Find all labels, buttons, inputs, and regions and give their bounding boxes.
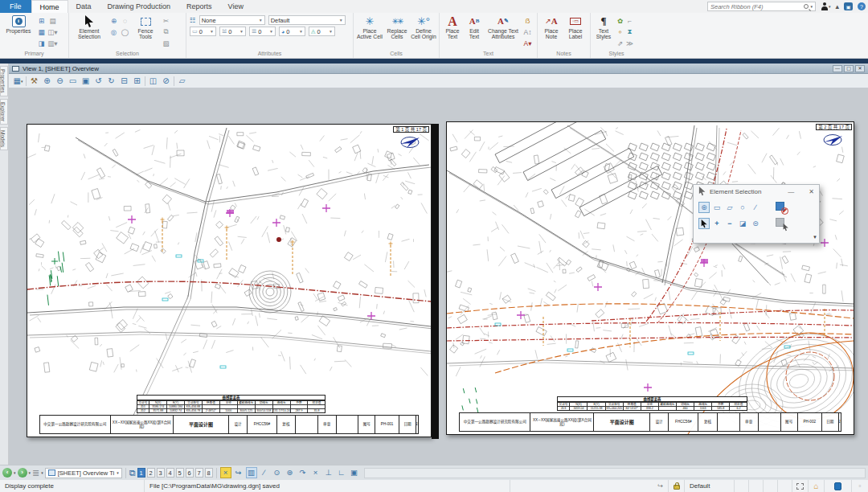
explorer-button[interactable]: ⊞ [36, 15, 47, 26]
more-text-icon[interactable]: A▾ [522, 38, 533, 48]
dialog-close-button[interactable]: ✕ [809, 188, 814, 195]
rotate-view-button[interactable]: ↺ [93, 76, 104, 87]
dialog-expand-arrow[interactable]: ▼ [813, 235, 817, 240]
disable-handles-button[interactable] [776, 202, 788, 214]
center-snap-button[interactable]: ⊙ [272, 467, 283, 478]
keypoint-snap-button[interactable]: ▥ [246, 467, 257, 478]
clip-volume-button[interactable]: ⊘ [161, 76, 171, 87]
snap-mode-indicator[interactable]: ↪ [653, 480, 669, 492]
view-history-dropdown[interactable]: ▾ [41, 470, 43, 475]
active-level-combo[interactable]: Default▼ [268, 15, 346, 25]
paste-element-icon[interactable]: ▧ [161, 38, 171, 48]
define-cell-origin-button[interactable]: ✳° Define Cell Origin [411, 14, 436, 49]
view-adjust-button[interactable]: ⚒ [29, 76, 39, 87]
view-windows-icon[interactable]: ⧉ [129, 468, 136, 478]
view-toggle-8[interactable]: 8 [205, 468, 213, 478]
view-toggle-2[interactable]: 2 [147, 468, 155, 478]
back-button[interactable]: ‹ [2, 468, 12, 478]
view-toggle-7[interactable]: 7 [195, 468, 203, 478]
view-previous-button[interactable]: ⊟ [119, 76, 129, 87]
place-active-cell-button[interactable]: ✳ Place Active Cell [356, 14, 383, 49]
midpoint-snap-button[interactable]: ∕ [259, 467, 270, 478]
tab-home[interactable]: Home [31, 0, 68, 13]
sheet-1[interactable]: 第 1 页 共 17 页 曲线要素表交点号N(X)E(Y)交点桩号转角值半径缓和… [27, 124, 432, 437]
models-button[interactable]: ◫▾ [47, 27, 58, 37]
element-selection-dialog-titlebar[interactable]: Element Selection — ✕ [694, 185, 819, 198]
help-button[interactable]: ? [855, 0, 868, 13]
active-line-weight-combo[interactable]: ☰0▼ [249, 27, 276, 36]
view-toggle-6[interactable]: 6 [186, 468, 194, 478]
level-display-button[interactable]: ◨ [36, 38, 47, 48]
method-line-button[interactable]: ∕ [750, 202, 761, 213]
copy-view-button[interactable]: ◫ [148, 76, 158, 87]
zoom-in-button[interactable]: ⊕ [42, 76, 52, 87]
styles-more-icon[interactable]: ⧗ [625, 27, 634, 37]
accusnap-toggle[interactable]: × [220, 467, 231, 478]
status-tray-button[interactable]: ▫ [852, 480, 868, 492]
drawing-canvas[interactable]: 第 1 页 共 17 页 曲线要素表交点号N(X)E(Y)交点桩号转角值半径缓和… [9, 88, 868, 465]
selection-set-indicator[interactable] [792, 480, 809, 492]
method-shape-button[interactable]: ▱ [724, 202, 735, 213]
view-history-button[interactable]: ≣ [32, 469, 39, 478]
fit-view-button[interactable]: ▣ [80, 76, 91, 87]
element-styles-icon[interactable]: ⌐ [625, 15, 634, 26]
tangent-snap-button[interactable]: ⊥ [323, 467, 334, 478]
replace-cells-button[interactable]: ✳✳ Replace Cells [385, 14, 409, 49]
connect-button[interactable]: ▣ [841, 0, 855, 13]
sheet-2[interactable]: 第 2 页 共 17 页 曲线要素表交点号N(X)E(Y)交点桩号转角值半径缓和… [446, 121, 854, 435]
forward-dropdown[interactable]: ▾ [29, 470, 31, 475]
place-text-button[interactable]: A Place Text [442, 14, 463, 49]
active-priority-combo[interactable]: ◬0▼ [309, 27, 335, 36]
sidebar-tab-models[interactable]: Models [0, 127, 8, 150]
spell-check-icon[interactable]: ẞ [522, 15, 533, 26]
forward-button[interactable]: › [18, 468, 27, 478]
tab-data[interactable]: Data [68, 0, 100, 13]
tab-view[interactable]: View [220, 0, 252, 13]
dialog-minimize-button[interactable]: — [788, 188, 794, 195]
pan-view-button[interactable]: ↻ [106, 76, 117, 87]
tab-file[interactable]: File [0, 0, 31, 13]
active-level-indicator[interactable]: Default [685, 480, 735, 492]
view-next-button[interactable]: ⊞ [132, 76, 142, 87]
more-primary-button[interactable]: ▥▾ [47, 38, 58, 48]
active-color-combo[interactable]: ▭0▼ [190, 27, 216, 36]
references-button[interactable]: ▤ [47, 15, 58, 26]
view-toggle-3[interactable]: 3 [157, 468, 165, 478]
mode-subtract-button[interactable]: − [724, 218, 735, 229]
sidebar-tab-explorer[interactable]: Explorer [0, 99, 8, 125]
mode-new-button[interactable] [698, 218, 710, 229]
text-styles-button[interactable]: ¶ Text Styles [593, 14, 614, 49]
styles-extra-icon[interactable]: ⇗ [616, 38, 624, 48]
element-selection-button[interactable]: Element Selection [72, 14, 107, 49]
method-individual-button[interactable]: ⊛ [698, 202, 710, 213]
select-by-line-icon[interactable]: ◎ [108, 27, 119, 37]
method-block-button[interactable]: ▭ [711, 202, 723, 213]
styles-launch-icon[interactable]: ≫ [625, 38, 634, 48]
clip-mask-button[interactable]: ▱ [177, 76, 187, 87]
multipoint-snap-button[interactable]: ▣ [349, 467, 360, 478]
view-group-selector[interactable]: [SHEET] Overview Ti ▾ [45, 468, 122, 478]
mode-add-button[interactable]: + [711, 218, 723, 229]
select-all-button[interactable] [776, 218, 788, 230]
select-none-icon[interactable]: ◯ [120, 27, 130, 37]
bisector-snap-button[interactable]: ↷ [297, 467, 309, 478]
zoom-out-button[interactable]: ⊖ [55, 76, 65, 87]
tab-drawing-production[interactable]: Drawing Production [100, 0, 179, 13]
mode-invert-button[interactable]: ◪ [737, 218, 748, 229]
mode-clear-button[interactable]: ⊜ [750, 218, 761, 229]
window-area-button[interactable]: ▭ [68, 76, 78, 87]
ribbon-search-box[interactable]: ▾ [707, 2, 816, 11]
edit-text-button[interactable]: AB Edit Text [465, 14, 484, 49]
paste-button[interactable]: ▦ [36, 27, 47, 37]
cut-icon[interactable]: ✂ [161, 15, 171, 26]
perpendicular-snap-button[interactable]: ∟ [336, 467, 347, 478]
view-restore-button[interactable]: ▢ [844, 65, 854, 72]
search-dropdown-icon[interactable]: ▾ [810, 4, 813, 9]
search-input[interactable] [710, 3, 802, 10]
view-toggle-4[interactable]: 4 [166, 468, 174, 478]
fence-indicator[interactable]: ⌂ [809, 480, 825, 492]
place-note-button[interactable]: ↗A Place Note [540, 14, 563, 49]
locks-indicator[interactable] [669, 480, 685, 492]
view-toggle-1[interactable]: 1 [137, 468, 145, 478]
view-display-style-button[interactable]: ▦▾ [13, 76, 23, 87]
